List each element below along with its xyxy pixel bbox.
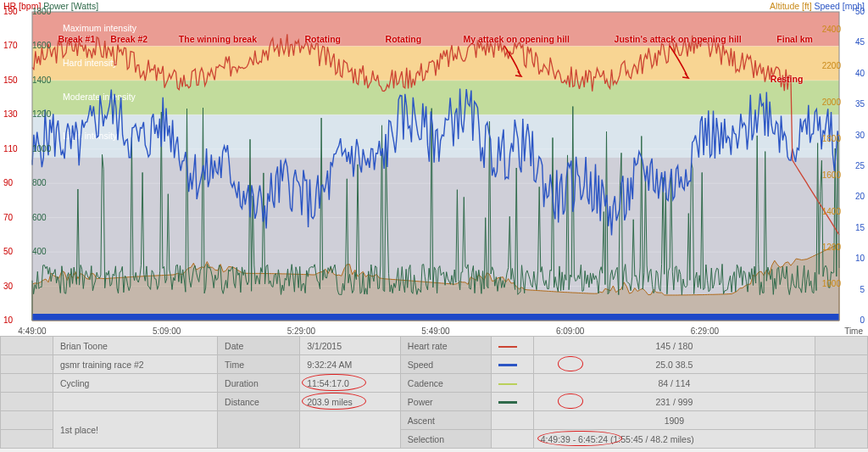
- altitude-tick: 1400: [822, 207, 841, 216]
- hr-tick: 50: [3, 247, 13, 256]
- stats-table: Brian Toone Date 3/1/2015 Heart rate 145…: [0, 336, 868, 449]
- power-tick: 400: [32, 247, 47, 256]
- power-label: Power: [400, 393, 491, 411]
- hr-label: Heart rate: [400, 337, 491, 355]
- power-tick: 1600: [32, 41, 51, 50]
- chart-canvas: Maximum intensityHard intensityModerate …: [0, 0, 868, 336]
- athlete-cell: Brian Toone: [53, 337, 218, 355]
- power-tick: 1400: [32, 75, 51, 85]
- date-label: Date: [218, 337, 300, 355]
- cadence-label: Cadence: [400, 374, 491, 393]
- x-tick: 5:29:00: [287, 326, 315, 336]
- time-label: Time: [218, 355, 300, 374]
- blank-cell: [53, 393, 218, 411]
- hr-tick: 30: [3, 282, 13, 291]
- speed-tick: 15: [855, 223, 865, 232]
- time-value: 9:32:24 AM: [300, 355, 401, 374]
- hr-tick: 10: [3, 315, 13, 325]
- blank-cell: [1, 337, 53, 355]
- blank-cell: [491, 411, 533, 430]
- power-tick: 1000: [32, 144, 51, 153]
- duration-label: Duration: [218, 374, 300, 393]
- chart-annotation: My attack on opening hill: [463, 34, 569, 44]
- hr-tick: 130: [3, 109, 18, 119]
- speed-tick: 30: [855, 131, 865, 140]
- event-cell: gsmr training race #2: [53, 355, 218, 374]
- svg-text:Hard intensity: Hard intensity: [63, 58, 118, 68]
- hr-tick: 90: [3, 178, 13, 187]
- speed-value: 25.0 38.5: [533, 355, 815, 374]
- hr-tick: 150: [3, 75, 18, 85]
- speed-tick: 35: [855, 99, 865, 109]
- axis-title-power: Power [Watts]: [43, 1, 98, 11]
- selection-value: 4:49:39 - 6:45:24 (1:55:45 / 48.2 miles): [533, 430, 815, 449]
- chart-annotation: Justin's attack on opening hill: [615, 34, 742, 44]
- power-tick: 1800: [32, 7, 51, 16]
- speed-tick: 20: [855, 192, 865, 201]
- sport-cell: Cycling: [53, 374, 218, 393]
- chart-annotation: Resting: [771, 74, 804, 84]
- chart-annotation: The winning break: [179, 34, 257, 44]
- duration-value: 11:54:17.0: [300, 374, 401, 393]
- altitude-tick: 2200: [822, 61, 841, 70]
- altitude-tick: 1000: [822, 279, 841, 288]
- altitude-tick: 2400: [822, 25, 841, 34]
- ascent-value: 1909: [533, 411, 815, 430]
- speed-tick: 45: [855, 37, 865, 47]
- ascent-label: Ascent: [400, 411, 491, 430]
- hr-tick: 190: [3, 7, 18, 16]
- x-tick: 4:49:00: [18, 326, 46, 336]
- date-value: 3/1/2015: [300, 337, 401, 355]
- blank-cell: [491, 430, 533, 449]
- hr-tick: 110: [3, 144, 18, 153]
- chart-annotation: Final km: [776, 34, 813, 44]
- distance-value: 203.9 miles: [300, 393, 401, 411]
- speed-tick: 40: [855, 69, 865, 78]
- power-tick: 800: [32, 178, 47, 187]
- chart-annotation: Rotating: [386, 34, 422, 44]
- speed-tick: 50: [855, 7, 865, 16]
- chart-annotation: Break #1: [58, 34, 95, 44]
- power-tick: 1200: [32, 109, 51, 119]
- svg-rect-19: [32, 314, 839, 321]
- distance-label: Distance: [218, 393, 300, 411]
- blank-cell: [218, 411, 300, 449]
- x-tick: 6:09:00: [556, 326, 584, 336]
- speed-label: Speed: [400, 355, 491, 374]
- selection-label: Selection: [400, 430, 491, 449]
- altitude-tick: 2000: [822, 98, 841, 107]
- x-tick: 6:29:00: [691, 326, 719, 336]
- power-value: 231 / 999: [533, 393, 815, 411]
- speed-swatch: [491, 355, 533, 374]
- speed-tick: 0: [860, 315, 865, 325]
- speed-tick: 10: [855, 254, 865, 263]
- altitude-tick: 1200: [822, 243, 841, 252]
- x-tick: 5:49:00: [421, 326, 449, 336]
- chart-annotation: Rotating: [304, 34, 341, 44]
- blank-cell: [815, 337, 868, 355]
- svg-rect-2: [32, 81, 839, 114]
- hr-tick: 70: [3, 213, 13, 222]
- cadence-swatch: [491, 374, 533, 393]
- svg-text:Light intensity: Light intensity: [63, 131, 118, 141]
- power-swatch: [491, 393, 533, 411]
- speed-tick: 25: [855, 161, 865, 170]
- altitude-tick: 1600: [822, 170, 841, 180]
- hr-tick: 170: [3, 41, 18, 50]
- note-cell: 1st place!: [53, 411, 218, 449]
- training-chart: Maximum intensityHard intensityModerate …: [0, 0, 868, 336]
- chart-annotation: Break #2: [110, 34, 147, 44]
- blank-cell: [300, 411, 401, 449]
- hr-swatch: [491, 337, 533, 355]
- power-tick: 600: [32, 213, 47, 222]
- axis-title-alt: Altitude [ft] Speed [mph]: [770, 1, 865, 11]
- hr-value: 145 / 180: [533, 337, 815, 355]
- x-axis-label: Time: [844, 326, 863, 336]
- svg-text:Maximum intensity: Maximum intensity: [63, 23, 137, 33]
- speed-tick: 5: [860, 285, 865, 294]
- cadence-value: 84 / 114: [533, 374, 815, 393]
- altitude-tick: 1800: [822, 134, 841, 143]
- x-tick: 5:09:00: [153, 326, 181, 336]
